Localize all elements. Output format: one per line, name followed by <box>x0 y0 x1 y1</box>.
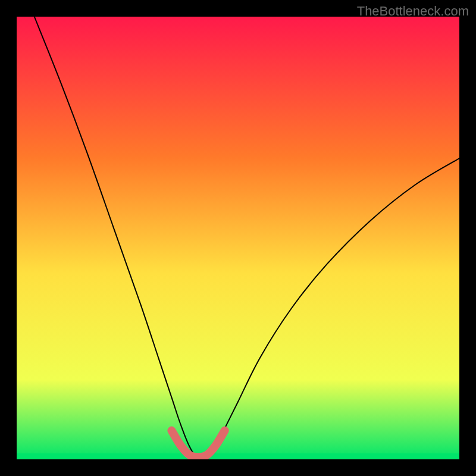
green-baseline-band <box>17 453 459 459</box>
plot-area <box>17 17 459 459</box>
plot-background <box>17 17 459 459</box>
chart-frame: TheBottleneck.com <box>0 0 476 476</box>
chart-svg <box>17 17 459 459</box>
